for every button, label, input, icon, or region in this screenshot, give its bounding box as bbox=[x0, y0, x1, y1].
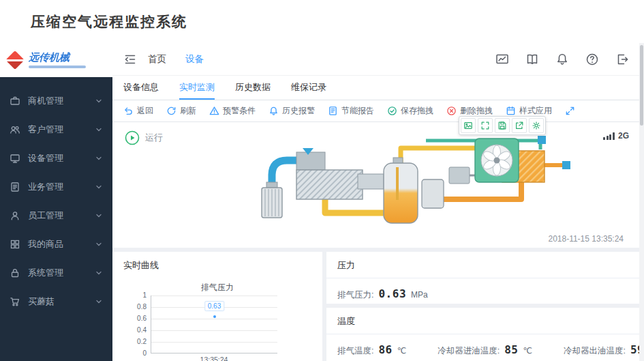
tab-history-data[interactable]: 历史数据 bbox=[235, 76, 271, 100]
y-tick: 0.4 bbox=[121, 326, 147, 334]
readings-column: 压力 排气压力: 0.63 MPa 温度 bbox=[326, 252, 639, 361]
expand-button[interactable] bbox=[565, 106, 575, 116]
temperature-panel: 温度 排气温度: 86 ℃ 冷却器进油温度: 85 ℃ bbox=[326, 308, 639, 361]
sidebar-item-label: 系统管理 bbox=[28, 267, 95, 279]
sidebar-item-employees[interactable]: 员工管理 bbox=[0, 201, 112, 230]
image-icon[interactable] bbox=[461, 118, 476, 133]
filter-cap bbox=[266, 182, 277, 188]
signal-bars-icon bbox=[603, 132, 615, 140]
reading-unit: ℃ bbox=[523, 346, 532, 356]
chevron-down-icon bbox=[95, 97, 103, 105]
breadcrumb-home[interactable]: 首页 bbox=[148, 53, 166, 66]
sidebar-item-label: 业务管理 bbox=[28, 181, 95, 193]
reading-unit: MPa bbox=[411, 290, 428, 300]
navbar: 首页 设备 bbox=[112, 43, 644, 75]
sidebar-item-customers[interactable]: 客户管理 bbox=[0, 115, 112, 144]
reading-label: 排气压力: bbox=[337, 289, 373, 301]
y-tick: 0.8 bbox=[121, 303, 147, 311]
cooler-fan-icon bbox=[481, 145, 512, 176]
delete-drag-button[interactable]: 删除拖拽 bbox=[446, 105, 493, 117]
sidebar-item-buy-mushroom[interactable]: 买蘑菇 bbox=[0, 287, 112, 316]
cooler-oil-outlet-temperature-reading: 冷却器出油温度: 59 ℃ bbox=[564, 343, 639, 357]
tab-device-info[interactable]: 设备信息 bbox=[123, 76, 159, 100]
bottom-panels: 实时曲线 排气压力 1 0.8 0.6 0.4 0.2 0 0.63 13:35… bbox=[112, 252, 644, 361]
chevron-down-icon bbox=[95, 298, 103, 306]
back-button[interactable]: 返回 bbox=[123, 105, 153, 117]
reading-value: 85 bbox=[504, 343, 518, 356]
cart-icon bbox=[10, 296, 20, 307]
breadcrumb-device[interactable]: 设备 bbox=[185, 53, 204, 66]
sidebar-item-my-goods[interactable]: 我的商品 bbox=[0, 230, 112, 259]
discharge-temperature-reading: 排气温度: 86 ℃ bbox=[337, 343, 406, 357]
y-tick: 1 bbox=[121, 291, 147, 299]
sidebar-item-label: 我的商品 bbox=[28, 238, 95, 250]
run-status: 运行 bbox=[125, 130, 163, 145]
device-icon bbox=[10, 153, 20, 164]
coupling bbox=[358, 174, 384, 189]
sidebar: 远传机械 商机管理 客户管理 设备管理 bbox=[0, 43, 112, 361]
y-tick: 0.6 bbox=[121, 315, 147, 322]
drain-valve bbox=[562, 161, 570, 169]
curve-panel-title: 实时曲线 bbox=[112, 252, 322, 278]
logo: 远传机械 bbox=[0, 43, 112, 77]
inlet-valve bbox=[296, 152, 325, 170]
sidebar-item-business-opportunity[interactable]: 商机管理 bbox=[0, 87, 112, 115]
vertical-scrollbar[interactable] bbox=[639, 43, 644, 361]
sidebar-item-devices[interactable]: 设备管理 bbox=[0, 144, 112, 173]
fullscreen-icon[interactable] bbox=[478, 118, 493, 133]
logo-text: 远传机械 bbox=[29, 52, 86, 63]
help-icon[interactable] bbox=[585, 53, 599, 66]
tab-maintenance-records[interactable]: 维保记录 bbox=[291, 76, 326, 100]
docs-icon[interactable] bbox=[525, 53, 539, 66]
stage-overlay-toolbar bbox=[459, 116, 546, 135]
dashboard-icon[interactable] bbox=[495, 53, 509, 66]
save-drag-button[interactable]: 保存拖拽 bbox=[387, 105, 433, 117]
reading-value: 59 bbox=[630, 343, 639, 356]
sidebar-item-operations[interactable]: 业务管理 bbox=[0, 173, 112, 201]
layout: 远传机械 商机管理 客户管理 设备管理 bbox=[0, 43, 644, 361]
refresh-button[interactable]: 刷新 bbox=[166, 105, 196, 117]
reading-label: 排气温度: bbox=[337, 345, 373, 357]
sidebar-fold-icon[interactable] bbox=[123, 53, 137, 66]
undo-icon bbox=[123, 106, 134, 116]
logout-icon[interactable] bbox=[615, 53, 629, 66]
history-alarms-button[interactable]: 历史报警 bbox=[269, 105, 315, 117]
tab-realtime-monitor[interactable]: 实时监测 bbox=[179, 76, 215, 100]
scrollbar-thumb[interactable] bbox=[640, 45, 643, 126]
fan-motor bbox=[449, 167, 470, 184]
export-icon[interactable] bbox=[512, 118, 527, 133]
save-disk-icon[interactable] bbox=[495, 118, 510, 133]
briefcase-icon bbox=[10, 96, 20, 106]
detail-tabs: 设备信息 实时监测 历史数据 维保记录 bbox=[112, 75, 644, 100]
warning-icon bbox=[209, 106, 219, 116]
chevron-down-icon bbox=[95, 183, 103, 191]
gear-icon[interactable] bbox=[529, 118, 544, 133]
run-status-label: 运行 bbox=[145, 132, 163, 144]
sidebar-item-label: 员工管理 bbox=[28, 210, 95, 222]
reading-value: 86 bbox=[378, 343, 392, 356]
sidebar-item-system[interactable]: 系统管理 bbox=[0, 259, 112, 287]
sidebar-item-label: 客户管理 bbox=[28, 124, 95, 136]
y-tick: 0.2 bbox=[121, 338, 147, 345]
pressure-panel-title: 压力 bbox=[326, 252, 639, 278]
reading-value: 0.63 bbox=[378, 287, 406, 300]
cooler-oil-inlet-temperature-reading: 冷却器进油温度: 85 ℃ bbox=[438, 343, 532, 357]
pressure-line-chart: 0.63 bbox=[151, 295, 277, 353]
logo-tagline bbox=[29, 66, 86, 68]
logo-diamond-icon bbox=[5, 50, 25, 70]
page-title: 压缩空气远程监控系统 bbox=[31, 12, 187, 31]
main-area: 首页 设备 设备信息 实时监测 历史数据 维保记录 bbox=[112, 43, 644, 361]
chevron-down-icon bbox=[95, 240, 103, 248]
app-screen: 压缩空气远程监控系统 远传机械 商机管理 客户管理 bbox=[0, 0, 644, 361]
data-point bbox=[213, 315, 216, 318]
compressor-schematic bbox=[221, 132, 576, 237]
style-apply-button[interactable]: 样式应用 bbox=[506, 105, 552, 117]
users-icon bbox=[10, 124, 20, 135]
save-check-icon bbox=[387, 106, 397, 116]
warning-conditions-button[interactable]: 预警条件 bbox=[209, 105, 256, 117]
bell-icon[interactable] bbox=[555, 53, 569, 66]
temperature-panel-title: 温度 bbox=[326, 308, 639, 334]
energy-report-button[interactable]: 节能报告 bbox=[328, 105, 374, 117]
sidebar-menu: 商机管理 客户管理 设备管理 业务管理 bbox=[0, 77, 112, 316]
play-icon[interactable] bbox=[125, 130, 140, 145]
